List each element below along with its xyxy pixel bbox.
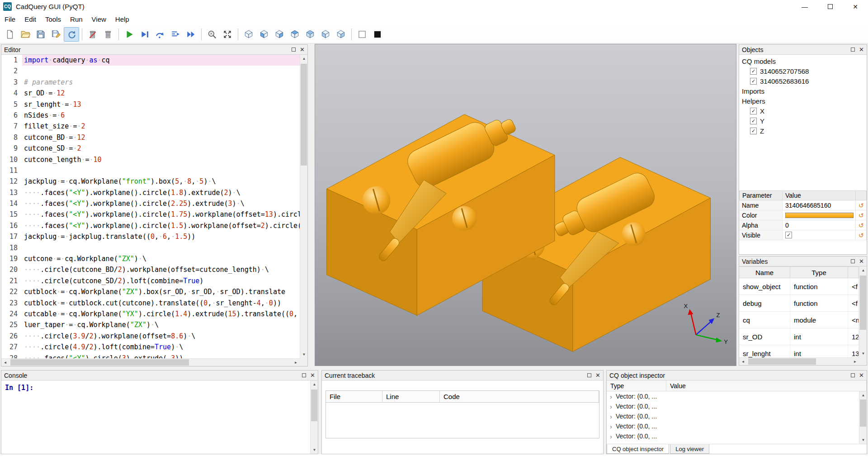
view-top-button[interactable] <box>287 27 302 42</box>
view-right-button[interactable] <box>333 27 349 42</box>
delete-button[interactable] <box>85 27 100 42</box>
zoom-fit-button[interactable] <box>204 27 220 42</box>
editor-vertical-scrollbar[interactable]: ▲ ▼ <box>300 55 307 358</box>
save-button[interactable] <box>33 27 48 42</box>
console-vertical-scrollbar[interactable]: ▲ ▼ <box>310 380 318 454</box>
reset-button[interactable]: ↺ <box>856 200 867 210</box>
code-line-14[interactable]: 14····.faces("<Y").workplane().circle(2.… <box>1 198 300 209</box>
close-panel-icon[interactable]: ✕ <box>859 258 864 264</box>
code-line-28[interactable]: 28····.faces("<Y").circle(3).extrude(-3)… <box>1 353 300 358</box>
close-panel-icon[interactable]: ✕ <box>310 372 315 378</box>
code-line-3[interactable]: 3# parameters <box>1 77 300 88</box>
wireframe-button[interactable] <box>354 27 370 42</box>
step-button[interactable] <box>152 27 168 42</box>
tree-item-helpers[interactable]: Helpers <box>739 96 867 106</box>
scroll-left-icon[interactable]: ◄ <box>739 358 747 366</box>
reset-button[interactable]: ↺ <box>856 210 867 220</box>
expand-chevron-icon[interactable]: › <box>607 433 616 440</box>
scrollbar-thumb[interactable] <box>748 358 816 365</box>
code-line-25[interactable]: 25luer_taper·=·cq.Workplane("ZX")·\ <box>1 319 300 330</box>
code-line-23[interactable]: 23cutblock·=·cutblock.cut(cutcone).trans… <box>1 298 300 309</box>
view-bottom-button[interactable] <box>302 27 318 42</box>
scroll-down-icon[interactable]: ▼ <box>311 446 318 454</box>
menu-edit[interactable]: Edit <box>20 13 41 25</box>
visible-checkbox[interactable]: ✓ <box>785 232 792 238</box>
render-button[interactable] <box>122 27 137 42</box>
code-line-11[interactable]: 11 <box>1 165 300 176</box>
scroll-down-icon[interactable]: ▼ <box>859 350 867 357</box>
variable-row-show_object[interactable]: show_objectfunction<f <box>739 278 859 295</box>
prop-value[interactable]: 0 <box>783 220 856 230</box>
tree-item-imports[interactable]: Imports <box>739 86 867 96</box>
code-line-22[interactable]: 22cutblock·=·cq.Workplane("ZX").box(sr_O… <box>1 286 300 297</box>
scroll-up-icon[interactable]: ▲ <box>300 55 307 62</box>
step-in-button[interactable] <box>168 27 183 42</box>
scroll-up-icon[interactable]: ▲ <box>859 266 867 274</box>
float-panel-icon[interactable] <box>292 48 296 52</box>
scroll-right-icon[interactable]: ► <box>292 359 300 366</box>
inspector-vertical-scrollbar[interactable]: ▲ ▼ <box>859 391 867 444</box>
tab-log-viewer[interactable]: Log viewer <box>670 444 709 454</box>
menu-file[interactable]: File <box>0 13 20 25</box>
scrollbar-thumb[interactable] <box>860 399 866 427</box>
float-panel-icon[interactable] <box>851 373 855 377</box>
code-line-27[interactable]: 27····.circle(4.9/2).loft(combine=True)·… <box>1 342 300 352</box>
float-panel-icon[interactable] <box>851 48 855 52</box>
scroll-down-icon[interactable]: ▼ <box>300 351 307 358</box>
console-content[interactable]: In [1]: ▲ ▼ <box>1 380 318 454</box>
code-line-7[interactable]: 7fillet_size·=·2 <box>1 121 300 132</box>
prop-value[interactable] <box>783 210 856 220</box>
reset-button[interactable]: ↺ <box>856 220 867 230</box>
float-panel-icon[interactable] <box>851 259 855 263</box>
menu-help[interactable]: Help <box>111 13 134 25</box>
float-panel-icon[interactable] <box>587 373 591 377</box>
menu-view[interactable]: View <box>87 13 111 25</box>
viewport-3d[interactable]: X Z Y <box>315 44 736 366</box>
editor-horizontal-scrollbar[interactable]: ◄ ► <box>1 358 300 366</box>
expand-chevron-icon[interactable]: › <box>607 413 616 420</box>
checkbox[interactable]: ✓ <box>750 118 757 124</box>
prop-value[interactable]: ✓ <box>783 230 856 240</box>
code-line-2[interactable]: 2 <box>1 66 300 76</box>
code-line-17[interactable]: 17jackplug·=·jackplug.translate((0,·6,·1… <box>1 231 300 242</box>
tree-item-z[interactable]: ✓Z <box>739 126 867 136</box>
color-swatch[interactable] <box>785 213 854 218</box>
menu-run[interactable]: Run <box>66 13 87 25</box>
delete-all-button[interactable] <box>100 27 116 42</box>
scrollbar-thumb[interactable] <box>301 64 307 166</box>
code-line-15[interactable]: 15····.faces("<Y").workplane().circle(1.… <box>1 209 300 220</box>
variable-row-sr_OD[interactable]: sr_ODint12 <box>739 328 859 345</box>
scrollbar-thumb[interactable] <box>311 390 317 421</box>
checkbox[interactable]: ✓ <box>750 128 757 134</box>
checkbox[interactable]: ✓ <box>750 108 757 114</box>
open-button[interactable] <box>18 27 33 42</box>
tree-item-cq-models[interactable]: CQ models <box>739 56 867 66</box>
scrollbar-thumb[interactable] <box>860 276 866 330</box>
code-line-9[interactable]: 9cutcone_SD·=·2 <box>1 143 300 154</box>
inspector-row[interactable]: ›Vector: (0.0, ... <box>607 421 859 431</box>
save-as-button[interactable] <box>48 27 64 42</box>
tree-item-x[interactable]: ✓X <box>739 106 867 116</box>
reset-button[interactable]: ↺ <box>856 230 867 240</box>
code-line-13[interactable]: 13····.faces("<Y").workplane().circle(1.… <box>1 187 300 198</box>
view-back-button[interactable] <box>272 27 287 42</box>
code-line-1[interactable]: 1import·cadquery·as·cq <box>1 55 300 66</box>
code-line-26[interactable]: 26····.circle(3.9/2).workplane(offset=8.… <box>1 331 300 342</box>
expand-chevron-icon[interactable]: › <box>607 403 616 410</box>
tree-item-3140652683616[interactable]: ✓3140652683616 <box>739 76 867 86</box>
inspector-row[interactable]: ›Vector: (0.0, ... <box>607 411 859 421</box>
code-line-6[interactable]: 6nSides·=·6 <box>1 110 300 121</box>
inspector-row[interactable]: ›Vector: (0.0, ... <box>607 431 859 441</box>
autoreload-button[interactable] <box>64 27 79 42</box>
prop-value[interactable]: 3140646685160 <box>783 200 856 210</box>
code-area[interactable]: 1import·cadquery·as·cq23# parameters4sr_… <box>1 55 300 358</box>
expand-chevron-icon[interactable]: › <box>607 393 616 400</box>
shaded-button[interactable] <box>370 27 385 42</box>
code-line-5[interactable]: 5sr_lenght·=·13 <box>1 99 300 110</box>
close-panel-icon[interactable]: ✕ <box>300 47 305 52</box>
code-line-19[interactable]: 19cutcone·=·cq.Workplane("ZX")·\ <box>1 253 300 264</box>
variable-row-sr_lenght[interactable]: sr_lenghtint13 <box>739 345 859 357</box>
float-panel-icon[interactable] <box>302 373 306 377</box>
close-panel-icon[interactable]: ✕ <box>859 372 864 378</box>
variable-row-debug[interactable]: debugfunction<f <box>739 295 859 312</box>
